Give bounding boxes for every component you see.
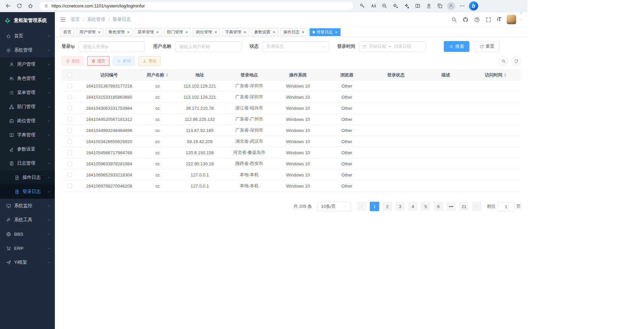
read-aloud-button[interactable]: [368, 1, 379, 11]
table-row[interactable]: 1641043063331753984 cc 39.171.210.78 浙江省…: [62, 103, 521, 114]
site-permissions-icon[interactable]: [44, 4, 48, 8]
page-number-button[interactable]: •••: [446, 202, 456, 211]
row-checkbox[interactable]: [67, 150, 72, 155]
row-checkbox[interactable]: [67, 172, 72, 177]
user-name-input[interactable]: [175, 41, 242, 52]
close-tab-icon[interactable]: ×: [214, 30, 217, 34]
column-header-access-time[interactable]: 访问时间: [471, 72, 521, 78]
clear-button[interactable]: 清空: [87, 56, 109, 66]
page-number-button[interactable]: 1: [370, 202, 379, 211]
add-favorite-button[interactable]: [390, 1, 401, 11]
table-row[interactable]: 1641054566717984768 cc 120.6.150.158 河北省…: [62, 147, 521, 158]
sidebar-item-login-log[interactable]: 登录日志: [0, 185, 55, 199]
page-tab[interactable]: 角色管理 ×: [106, 28, 133, 36]
delete-button[interactable]: 删除: [62, 56, 84, 66]
export-button[interactable]: 导出: [138, 56, 160, 66]
row-checkbox[interactable]: [67, 84, 72, 88]
header-search-button[interactable]: [451, 17, 457, 23]
page-tab[interactable]: 用户管理 ×: [76, 28, 104, 36]
sidebar-item-dict-management[interactable]: 字典管理: [0, 128, 55, 142]
sidebar-item-param-settings[interactable]: 参数设置: [0, 142, 55, 156]
column-header-description[interactable]: 描述: [421, 72, 471, 78]
column-header-address[interactable]: 地址: [175, 72, 225, 78]
sidebar-item-log-management[interactable]: 日志管理: [0, 156, 55, 170]
row-checkbox[interactable]: [67, 161, 72, 166]
page-tab[interactable]: 岗位管理 ×: [193, 28, 220, 36]
page-size-select[interactable]: 10条/页: [317, 202, 351, 211]
page-tab[interactable]: 部门管理 ×: [164, 28, 191, 36]
help-button[interactable]: [474, 17, 480, 23]
toggle-search-button[interactable]: [499, 56, 508, 66]
goto-page-input[interactable]: [498, 202, 514, 211]
page-tab[interactable]: 参数设置 ×: [251, 28, 279, 36]
table-row[interactable]: 1641044993248464896 cc 113.87.92.165 广东省…: [62, 125, 521, 136]
sidebar-item-system-tools[interactable]: 系统工具: [0, 213, 55, 227]
table-row[interactable]: 1641069798270046208 cc 127.0.0.1 本地-本机 W…: [62, 180, 521, 192]
row-checkbox[interactable]: [67, 128, 72, 133]
column-header-login-location[interactable]: 登录地点: [225, 72, 274, 78]
unlock-button[interactable]: 解锁: [113, 56, 135, 66]
status-select[interactable]: 登录状态: [262, 41, 329, 52]
browser-back-button[interactable]: [3, 1, 14, 11]
row-checkbox[interactable]: [67, 117, 72, 122]
sidebar-item-erp[interactable]: ERP: [0, 241, 55, 255]
zoom-button[interactable]: [379, 1, 390, 11]
row-checkbox[interactable]: [67, 139, 72, 144]
close-tab-icon[interactable]: ×: [335, 30, 338, 34]
user-menu-caret-icon[interactable]: [519, 18, 523, 21]
github-button[interactable]: [463, 17, 468, 23]
favorites-button[interactable]: [423, 1, 434, 11]
table-row[interactable]: 1641031533185863680 cc 113.102.129.221 广…: [62, 92, 521, 103]
page-number-button[interactable]: 5: [421, 202, 430, 211]
row-checkbox[interactable]: [67, 95, 72, 99]
column-header-browser[interactable]: 浏览器: [322, 72, 371, 78]
collections-button[interactable]: [434, 1, 445, 11]
close-tab-icon[interactable]: ×: [185, 30, 188, 34]
sidebar-item-post-management[interactable]: 岗位管理: [0, 114, 55, 128]
column-header-login-status[interactable]: 登录状态: [371, 72, 421, 78]
login-time-range-picker[interactable]: 开始日期 - 结束日期: [359, 41, 426, 52]
page-tab[interactable]: 字典管理 ×: [222, 28, 249, 36]
sidebar-item-yi-framework[interactable]: Yi框架: [0, 255, 55, 269]
sidebar-item-system-management[interactable]: 系统管理: [0, 43, 55, 57]
login-ip-input[interactable]: [78, 41, 145, 52]
address-bar[interactable]: https://ccnetcore.com:1101/system/log/lo…: [39, 1, 354, 10]
table-row[interactable]: 1641044520567181312 cc 112.96.225.132 广东…: [62, 114, 521, 125]
page-tab[interactable]: 操作日志 ×: [280, 28, 308, 36]
browser-profile-button[interactable]: [445, 1, 457, 11]
close-tab-icon[interactable]: ×: [244, 30, 246, 34]
page-number-button[interactable]: 2: [383, 202, 392, 211]
page-tab[interactable]: 首页 ×: [60, 28, 74, 36]
page-tab[interactable]: 菜单管理 ×: [135, 28, 162, 36]
copilot-dropdown-caret-icon[interactable]: [519, 11, 523, 15]
column-header-access-id[interactable]: 访问编号: [78, 72, 140, 78]
browser-home-button[interactable]: [25, 1, 36, 11]
browser-menu-button[interactable]: [457, 1, 468, 11]
refresh-table-button[interactable]: [511, 56, 521, 66]
page-number-button[interactable]: 3: [395, 202, 405, 211]
browser-essentials-button[interactable]: [401, 1, 412, 11]
sidebar-toggle-button[interactable]: [60, 17, 66, 23]
close-tab-icon[interactable]: ×: [273, 30, 276, 34]
search-button[interactable]: 搜索: [444, 41, 469, 52]
reset-button[interactable]: 重置: [474, 41, 500, 52]
page-number-button[interactable]: 4: [408, 202, 418, 211]
sort-carets-icon[interactable]: [504, 73, 507, 77]
page-tab[interactable]: 登录日志 ×: [310, 28, 341, 36]
sidebar-item-user-management[interactable]: 用户管理: [0, 57, 55, 71]
table-row[interactable]: 1641053426655825920 cc 58.19.42.209 湖北省-…: [62, 136, 521, 147]
sidebar-item-operation-log[interactable]: 操作日志: [0, 170, 55, 185]
page-number-button[interactable]: 6: [434, 202, 443, 211]
row-checkbox[interactable]: [67, 184, 72, 188]
font-size-button[interactable]: tT: [497, 17, 501, 23]
sidebar-item-system-monitor[interactable]: 系统监控: [0, 199, 55, 213]
fullscreen-button[interactable]: [486, 17, 491, 23]
column-header-os[interactable]: 操作系统: [274, 72, 322, 78]
close-tab-icon[interactable]: ×: [156, 30, 159, 34]
password-manager-icon[interactable]: [357, 1, 368, 11]
browser-refresh-button[interactable]: [14, 1, 25, 11]
table-row[interactable]: 1641059633978281984 cc 222.90.130.18 陕西省…: [62, 158, 521, 169]
sidebar-item-role-management[interactable]: 角色管理: [0, 71, 55, 86]
breadcrumb-system-management[interactable]: 系统管理: [87, 17, 105, 23]
row-checkbox[interactable]: [67, 106, 72, 110]
